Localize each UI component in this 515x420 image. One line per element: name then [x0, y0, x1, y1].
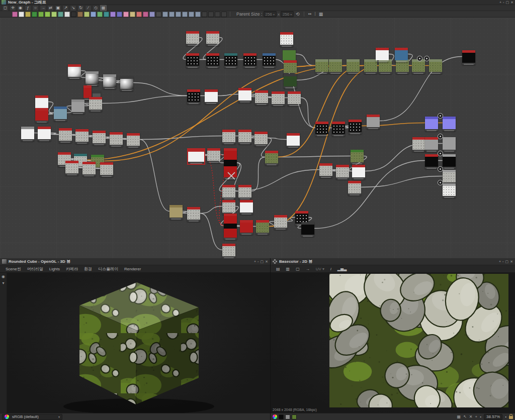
- pan-icon[interactable]: +: [475, 414, 478, 419]
- graph-node[interactable]: [54, 107, 67, 121]
- dot-icon[interactable]: •: [480, 414, 481, 419]
- histogram-icon[interactable]: ▂▅▃: [335, 266, 349, 272]
- graph-node[interactable]: [412, 137, 425, 152]
- link-nodes-icon[interactable]: ⇄: [47, 5, 54, 11]
- graph-node[interactable]: [100, 162, 113, 177]
- gray-channel-swatch[interactable]: [285, 414, 290, 419]
- graph-node[interactable]: [206, 31, 219, 46]
- node-palette-swatch-16[interactable]: [117, 12, 122, 17]
- wire[interactable]: [218, 94, 238, 96]
- screenshot-icon[interactable]: ◉: [17, 5, 24, 11]
- view3d-viewport[interactable]: ◉▾: [0, 273, 270, 413]
- node-palette-swatch-24[interactable]: [169, 12, 175, 17]
- wire[interactable]: [278, 156, 351, 157]
- graph-node[interactable]: [332, 122, 345, 136]
- graph-node[interactable]: [284, 60, 297, 75]
- graph-node[interactable]: [71, 99, 84, 114]
- node-palette-swatch-2[interactable]: [25, 12, 31, 17]
- float-icon[interactable]: ▫: [258, 260, 259, 264]
- node-palette-swatch-11[interactable]: [84, 12, 90, 17]
- graph-node[interactable]: [187, 89, 200, 104]
- graph-node[interactable]: [336, 165, 349, 179]
- float-icon[interactable]: ▫: [502, 260, 503, 264]
- align-vertical-icon[interactable]: ⁞: [313, 12, 317, 17]
- graph-node[interactable]: [315, 122, 328, 136]
- menu-7[interactable]: Renderer: [122, 266, 143, 272]
- graph-node[interactable]: [65, 161, 78, 175]
- wire[interactable]: [361, 176, 443, 187]
- wire[interactable]: [99, 78, 104, 81]
- maximize-icon[interactable]: ▢: [506, 1, 509, 5]
- wire[interactable]: [296, 54, 315, 66]
- graph-node[interactable]: [315, 59, 328, 74]
- link-compact-icon[interactable]: ↗: [62, 5, 69, 11]
- node-graph-canvas[interactable]: [0, 18, 515, 258]
- graph-node[interactable]: [120, 76, 133, 91]
- wire[interactable]: [48, 113, 54, 115]
- uv-dropdown[interactable]: UV ▾: [313, 266, 327, 272]
- wire[interactable]: [84, 103, 90, 106]
- pin-icon[interactable]: +: [254, 260, 256, 264]
- pointer-icon[interactable]: ↖: [463, 414, 467, 419]
- menu-6[interactable]: 디스플레이: [96, 266, 121, 272]
- node-palette-swatch-23[interactable]: [162, 12, 168, 17]
- graph-node[interactable]: [288, 91, 301, 106]
- node-palette-swatch-20[interactable]: [143, 12, 148, 17]
- graph-node[interactable]: [376, 48, 389, 62]
- graph-node[interactable]: [352, 165, 365, 179]
- parent-size-width-dropdown[interactable]: 256▾: [264, 11, 277, 17]
- wire[interactable]: [183, 212, 188, 214]
- graph-node[interactable]: [187, 207, 200, 222]
- node-palette-swatch-26[interactable]: [182, 12, 188, 17]
- graph-node[interactable]: [243, 53, 256, 68]
- texture-thumb[interactable]: [292, 414, 297, 419]
- graph-node[interactable]: [110, 132, 123, 147]
- graph-node[interactable]: [186, 31, 199, 46]
- graph-node[interactable]: [224, 214, 237, 240]
- node-palette-swatch-5[interactable]: [45, 12, 50, 17]
- graph-node[interactable]: [349, 120, 362, 134]
- graph-node[interactable]: [85, 71, 99, 86]
- copy-icon[interactable]: ▢: [293, 266, 302, 272]
- graph-node[interactable]: [222, 185, 235, 199]
- node-palette-swatch-12[interactable]: [91, 12, 96, 17]
- node-palette-swatch-8[interactable]: [64, 12, 70, 17]
- graph-node[interactable]: [443, 137, 456, 152]
- zoom-level-value[interactable]: 38.57%: [484, 414, 502, 420]
- pencil-icon[interactable]: ∕: [85, 5, 92, 11]
- dots-icon[interactable]: ••: [307, 12, 312, 17]
- graph-node[interactable]: [21, 127, 34, 141]
- node-palette-swatch-13[interactable]: [97, 12, 103, 17]
- rgb-channel-icon[interactable]: [273, 414, 277, 419]
- node-palette-swatch-30[interactable]: [208, 12, 214, 17]
- graph-node[interactable]: [68, 64, 81, 79]
- graph-titlebar[interactable]: New_Graph - 그래프 +▫▢✕: [0, 0, 515, 5]
- graph-node[interactable]: [75, 129, 89, 144]
- node-palette-swatch-3[interactable]: [32, 12, 37, 17]
- clear-icon[interactable]: ✕: [469, 414, 473, 419]
- colorspace-dropdown[interactable]: sRGB (default) ▾: [2, 414, 62, 420]
- graph-node[interactable]: [348, 181, 361, 195]
- graph-node[interactable]: [274, 215, 287, 230]
- graph-node[interactable]: [284, 74, 297, 88]
- node-palette-swatch-22[interactable]: [156, 12, 161, 17]
- menu-2[interactable]: 머티리얼: [25, 266, 46, 272]
- graph-node[interactable]: [38, 127, 51, 141]
- graph-node[interactable]: [301, 222, 314, 237]
- graph-node[interactable]: [395, 48, 408, 62]
- dot-icon[interactable]: •: [505, 414, 506, 419]
- view2d-viewport[interactable]: 2048 x 2048 (RGBA, 16bpc): [271, 273, 515, 413]
- wire[interactable]: [67, 106, 72, 113]
- graph-node[interactable]: [205, 89, 218, 104]
- float-icon[interactable]: ▫: [503, 1, 504, 5]
- graph-node[interactable]: [347, 59, 360, 74]
- link-material-icon[interactable]: ▣: [55, 5, 61, 11]
- node-palette-swatch-7[interactable]: [58, 12, 63, 17]
- graph-node[interactable]: [222, 130, 235, 144]
- graph-node[interactable]: [272, 91, 285, 106]
- graph-node[interactable]: [240, 200, 253, 215]
- graph-node[interactable]: [89, 97, 102, 112]
- graph-node[interactable]: [443, 117, 456, 131]
- node-palette-swatch-17[interactable]: [123, 12, 129, 17]
- graph-node[interactable]: [256, 220, 269, 235]
